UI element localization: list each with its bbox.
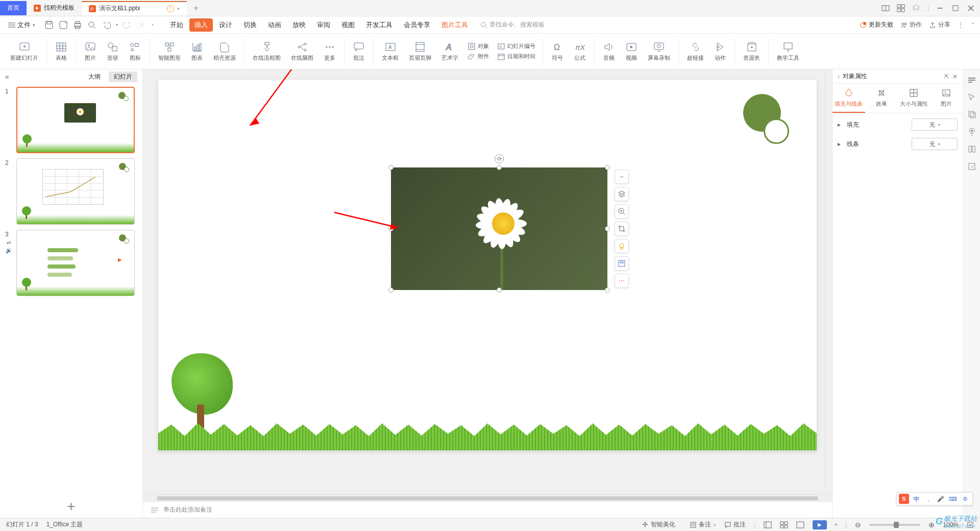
rp-tab-effect[interactable]: 效果	[865, 84, 898, 113]
zoom-in-button[interactable]: ⊕	[928, 521, 935, 529]
tab-transition[interactable]: 切换	[238, 18, 262, 32]
ribbon-slidenum[interactable]: #幻灯片编号	[497, 42, 535, 51]
close-panel-icon[interactable]: ✕	[952, 73, 958, 80]
status-beautify[interactable]: 智能美化-	[642, 520, 681, 529]
rp-tab-picture[interactable]: 图片	[930, 84, 963, 113]
ribbon-more[interactable]: 更多	[320, 40, 340, 63]
pin-icon[interactable]: ⇱	[944, 73, 949, 80]
horizontal-scrollbar[interactable]	[143, 494, 832, 501]
tab-vip[interactable]: 会员专享	[399, 18, 435, 32]
ime-keyboard-icon[interactable]: ⌨	[948, 494, 958, 504]
side-tool-select[interactable]	[967, 92, 977, 102]
save-icon[interactable]	[44, 20, 54, 30]
tab-slideshow[interactable]: 放映	[287, 18, 311, 32]
rp-fill-select[interactable]: 无▾	[912, 118, 958, 131]
slideshow-play-button[interactable]: ▶	[813, 520, 827, 529]
ribbon-action[interactable]: 动作	[710, 40, 730, 63]
resize-handle-se[interactable]	[605, 287, 610, 293]
tab-animation[interactable]: 动画	[263, 18, 286, 32]
slide-canvas[interactable]: ⟳	[158, 80, 817, 450]
rp-tab-size[interactable]: 大小与属性	[898, 84, 930, 113]
ribbon-mindmap[interactable]: 在线脑图	[287, 40, 317, 63]
tab-document[interactable]: P 演示文稿1.pptx ! ▾	[82, 1, 187, 15]
ribbon-icons[interactable]: 图标	[125, 40, 145, 63]
tab-dev[interactable]: 开发工具	[361, 18, 398, 32]
side-tool-1[interactable]	[967, 75, 977, 85]
update-fail-button[interactable]: 更新失败	[860, 20, 893, 29]
ime-lang-cn[interactable]: 中	[911, 494, 921, 504]
ribbon-flowchart[interactable]: 在线流程图	[249, 40, 285, 63]
view-slides[interactable]: 幻灯片	[109, 71, 137, 82]
tab-picture-tools[interactable]: 图片工具	[436, 18, 473, 32]
ime-toolbar[interactable]: S 中 , 🎤 ⌨ ⚙	[896, 492, 973, 505]
redo-icon[interactable]	[123, 20, 132, 30]
coop-button[interactable]: 协作	[900, 20, 922, 29]
app-grid-icon[interactable]	[897, 4, 905, 12]
float-zoom-out[interactable]: −	[615, 170, 629, 184]
ribbon-attachment[interactable]: 附件	[468, 53, 489, 61]
ribbon-new-slide[interactable]: 新建幻灯片	[6, 40, 42, 63]
ribbon-chart[interactable]: 图表	[187, 40, 207, 63]
view-reading-icon[interactable]	[796, 521, 804, 528]
tab-start[interactable]: 开始	[165, 18, 188, 32]
rp-line-select[interactable]: 无▾	[912, 138, 958, 150]
tab-template[interactable]: 找稻壳模板	[27, 1, 82, 15]
float-layers-icon[interactable]	[615, 187, 629, 201]
dropdown-icon[interactable]: ▾	[177, 6, 180, 11]
ribbon-collapse-icon[interactable]: ⌃	[971, 22, 975, 28]
add-slide-button[interactable]: +	[0, 495, 142, 518]
ribbon-comment[interactable]: 批注	[349, 40, 369, 63]
tab-new[interactable]: +	[187, 1, 206, 15]
resize-handle-nw[interactable]	[388, 165, 394, 170]
float-idea-icon[interactable]	[615, 239, 629, 253]
resize-handle-e[interactable]	[605, 226, 610, 231]
chevron-left-icon[interactable]: ‹	[838, 73, 840, 80]
rotate-handle[interactable]: ⟳	[495, 154, 504, 163]
rp-tab-fill[interactable]: 填充与线条	[832, 84, 865, 113]
status-notes[interactable]: 备注▾	[690, 520, 716, 529]
close-icon[interactable]	[967, 4, 975, 12]
ribbon-picture[interactable]: 图片	[80, 40, 101, 63]
ribbon-symbol[interactable]: Ω符号	[547, 40, 568, 63]
rp-line-row[interactable]: ▸ 线条 无▾	[838, 138, 958, 150]
menubar-more[interactable]: ⋮	[958, 21, 964, 29]
ribbon-headerfooter[interactable]: 页眉页脚	[405, 40, 435, 63]
command-search[interactable]: 查找命令、搜索模板	[480, 20, 545, 29]
warning-icon[interactable]: !	[167, 5, 174, 12]
user-avatar-icon[interactable]	[912, 4, 920, 12]
resize-handle-n[interactable]	[497, 165, 502, 170]
notes-bar[interactable]: 单击此处添加备注	[143, 501, 832, 518]
status-annotate[interactable]: 批注	[724, 520, 746, 529]
thumbnail-2[interactable]	[16, 158, 135, 225]
thumbnail-1[interactable]	[16, 87, 135, 153]
share-button[interactable]: 分享	[929, 20, 950, 29]
ribbon-audio[interactable]: 音频	[599, 40, 619, 63]
collapse-panel-icon[interactable]: «	[5, 73, 9, 81]
maximize-icon[interactable]	[951, 4, 960, 12]
ribbon-smartart[interactable]: 智能图形	[154, 40, 185, 63]
resize-handle-sw[interactable]	[388, 287, 394, 293]
float-crop-icon[interactable]	[615, 222, 629, 236]
print-icon[interactable]	[73, 20, 82, 30]
side-tool-book[interactable]	[967, 144, 977, 154]
minimize-icon[interactable]	[936, 4, 944, 12]
qat-dropdown[interactable]: ▾	[152, 22, 154, 27]
ribbon-video[interactable]: 视频	[621, 40, 642, 63]
view-sorter-icon[interactable]	[780, 521, 788, 528]
view-normal-icon[interactable]	[764, 521, 772, 528]
zoom-out-button[interactable]: ⊖	[855, 521, 861, 529]
view-outline[interactable]: 大纲	[83, 71, 106, 82]
ribbon-shapes[interactable]: 形状	[103, 40, 123, 63]
side-tool-export[interactable]	[967, 161, 977, 172]
ribbon-textbox[interactable]: A文本框	[378, 40, 403, 63]
ribbon-table[interactable]: 表格	[51, 40, 71, 63]
selected-image[interactable]: ⟳	[391, 167, 607, 290]
rp-fill-row[interactable]: ▸ 填充 无▾	[838, 118, 958, 131]
ime-settings-icon[interactable]: ⚙	[960, 494, 970, 504]
tab-view[interactable]: 视图	[336, 18, 360, 32]
ribbon-docer[interactable]: 稻壳资源	[209, 40, 240, 63]
print-preview-icon[interactable]	[87, 20, 96, 30]
resize-handle-s[interactable]	[497, 287, 502, 293]
resize-handle-ne[interactable]	[605, 165, 610, 170]
side-tool-layers[interactable]	[967, 109, 977, 119]
